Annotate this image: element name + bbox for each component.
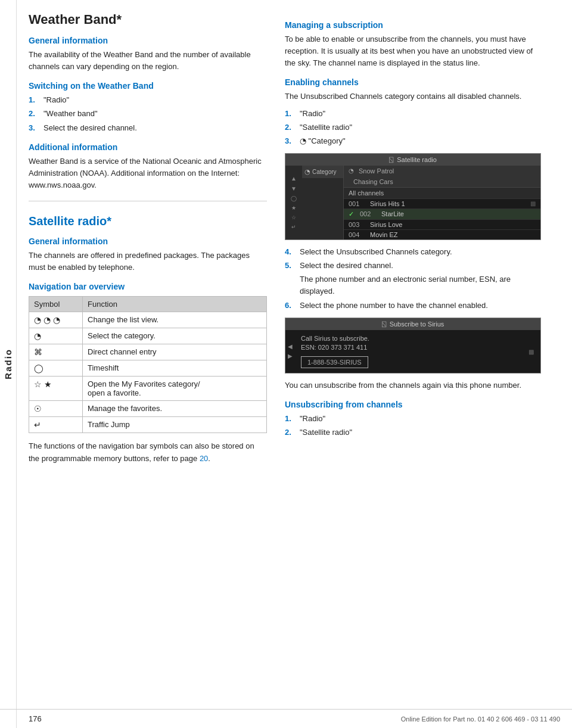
switching-step-2: 2. "Weather band" xyxy=(29,108,267,120)
sat-main-panel: ◔ Snow Patrol Chasing Cars All channels … xyxy=(344,166,540,239)
general-info-text: The availability of the Weather Band and… xyxy=(29,49,267,73)
satellite-radio-title: Satellite radio* xyxy=(29,214,267,228)
enabling-step-5: 5. Select the desired channel. The phone… xyxy=(285,260,541,297)
table-row: ⌘ Direct channel entry xyxy=(29,344,267,360)
enabling-step-2: 2. "Satellite radio" xyxy=(285,122,541,133)
enabling-step-4: 4. Select the Unsubscribed Channels cate… xyxy=(285,246,541,258)
sat-category-chasing: Chasing Cars xyxy=(344,176,540,187)
unsubscribe-note: You can unsubscribe from the channels ag… xyxy=(285,379,541,391)
enabling-step-num-1: 1. xyxy=(285,108,298,120)
step-text-6: Select the phone number to have the chan… xyxy=(300,300,488,312)
unsub-step-num-1: 1. xyxy=(285,413,298,425)
side-tab-label: Radio xyxy=(3,349,13,379)
unsubscribe-step-2: 2. "Satellite radio" xyxy=(285,427,541,438)
channel-num-004: 004 xyxy=(349,231,365,238)
divider xyxy=(29,201,267,201)
snow-patrol-label: Snow Patrol xyxy=(359,167,394,175)
table-header-symbol: Symbol xyxy=(29,297,83,312)
nav-bar-note-text: The functions of the navigation bar symb… xyxy=(29,441,254,462)
enabling-steps-continued: 4. Select the Unsubscribed Channels cate… xyxy=(285,246,541,312)
table-row: ☉ Manage the favorites. xyxy=(29,401,267,417)
symbol-traffic: ↵ xyxy=(34,420,41,430)
antenna-icon: ⍂ xyxy=(389,155,393,164)
step-text-3: Select the desired channel. xyxy=(43,122,137,134)
enabling-step-text-2: "Satellite radio" xyxy=(300,122,352,133)
category-label: Category xyxy=(312,169,337,175)
symbol-cell: ⌘ xyxy=(29,344,83,360)
satellite-radio-screenshot: ⍂ Satellite radio ▲ ▼ ◯ ★ ☆ ↵ ◔ Catego xyxy=(285,153,541,240)
table-row: ◯ Timeshift xyxy=(29,360,267,377)
enabling-step-text-1: "Radio" xyxy=(300,108,325,120)
satellite-general-text: The channels are offered in predefined p… xyxy=(29,250,267,273)
category-icon: ◔ xyxy=(304,168,310,176)
unsub-step-text-1: "Radio" xyxy=(300,413,325,425)
step-text-5b: The phone number and an electronic seria… xyxy=(300,273,541,297)
symbol-timeshift: ◯ xyxy=(34,363,43,373)
category-panel: ◔ Category xyxy=(302,166,344,239)
satellite-general-heading: General information xyxy=(29,237,267,246)
symbol-cell: ☉ xyxy=(29,401,83,417)
step-text-1: "Radio" xyxy=(43,94,69,106)
page-footer: 176 Online Edition for Part no. 01 40 2 … xyxy=(0,709,572,728)
symbol-direct: ⌘ xyxy=(34,347,42,357)
channel-name-001: Sirius Hits 1 xyxy=(370,200,405,207)
subscribe-icon: ▩ xyxy=(529,349,534,355)
nav-icon-up: ▲ xyxy=(291,175,297,182)
footer-text: Online Edition for Part no. 01 40 2 606 … xyxy=(401,715,560,723)
table-row: ↵ Traffic Jump xyxy=(29,417,267,433)
nav-icon-arrow: ↵ xyxy=(291,224,296,230)
nav-icon-circle1: ◯ xyxy=(291,195,297,201)
switching-step-3: 3. Select the desired channel. xyxy=(29,122,267,134)
table-row: ☆ ★ Open the My Favorites category/open … xyxy=(29,377,267,401)
symbol-cell: ☆ ★ xyxy=(29,377,83,401)
switching-heading: Switching on the Weather Band xyxy=(29,81,267,91)
symbol-cell: ↵ xyxy=(29,417,83,433)
switching-steps: 1. "Radio" 2. "Weather band" 3. Select t… xyxy=(29,94,267,133)
function-cell: Traffic Jump xyxy=(83,417,267,433)
managing-heading: Managing a subscription xyxy=(285,20,541,30)
step-num-2: 2. xyxy=(29,108,42,120)
step-text-5: Select the desired channel. xyxy=(300,260,541,272)
table-row: ◔ ◔ ◔ Change the list view. xyxy=(29,312,267,328)
step-num-1: 1. xyxy=(29,94,42,106)
channel-icon-001: ▩ xyxy=(530,200,536,207)
category-icon-row: ◔ Category xyxy=(302,166,343,178)
symbol-list-view: ◔ ◔ ◔ xyxy=(34,315,60,325)
function-cell: Manage the favorites. xyxy=(83,401,267,417)
subscribe-phone-button[interactable]: 1-888-539-SIRIUS xyxy=(301,356,368,368)
subscribe-call-line: Call Sirius to subscribe. xyxy=(301,335,523,342)
symbol-cell: ◔ xyxy=(29,328,83,344)
function-cell: Select the category. xyxy=(83,328,267,344)
managing-text: To be able to enable or unsubscribe from… xyxy=(285,33,541,69)
function-cell: Change the list view. xyxy=(83,312,267,328)
symbol-category: ◔ xyxy=(34,331,41,341)
nav-tri-left: ◀ xyxy=(288,343,293,350)
subscribe-title-text: Subscribe to Sirius xyxy=(390,321,444,328)
sat-icon-small: ◔ xyxy=(349,167,354,175)
step-num-4: 4. xyxy=(285,246,298,258)
right-column: Managing a subscription To be able to en… xyxy=(279,12,553,469)
symbol-manage-favorites: ☉ xyxy=(34,404,42,413)
enabling-step-6: 6. Select the phone number to have the c… xyxy=(285,300,541,312)
step-num-5: 5. xyxy=(285,260,298,272)
enabling-intro: The Unsubscribed Channels category conta… xyxy=(285,91,541,102)
unsub-step-text-2: "Satellite radio" xyxy=(300,427,352,438)
step-num-3: 3. xyxy=(29,122,42,134)
sat-channel-004: 004 Movin EZ xyxy=(344,229,540,239)
sat-nav-icons: ▲ ▼ ◯ ★ ☆ ↵ xyxy=(285,166,302,239)
symbol-cell: ◯ xyxy=(29,360,83,377)
table-header-function: Function xyxy=(83,297,267,312)
unsubscribing-heading: Unsubscribing from channels xyxy=(285,400,541,409)
subscribe-body: ◀ ▶ Call Sirius to subscribe. ESN: 020 3… xyxy=(285,330,540,373)
symbol-cell: ◔ ◔ ◔ xyxy=(29,312,83,328)
symbol-favorites: ☆ ★ xyxy=(34,379,52,389)
nav-icon-star2: ☆ xyxy=(291,214,296,220)
page-link-20[interactable]: 20 xyxy=(200,454,208,463)
subscribe-content: Call Sirius to subscribe. ESN: 020 373 3… xyxy=(301,335,523,368)
sat-category-snow: ◔ Snow Patrol xyxy=(344,166,540,176)
nav-tri-right: ▶ xyxy=(288,353,293,359)
main-content: Weather Band* General information The av… xyxy=(17,0,572,481)
step-text-4: Select the Unsubscribed Channels categor… xyxy=(300,246,452,258)
channel-num-003: 003 xyxy=(349,221,365,228)
enabling-step-text-3: ◔ "Category" xyxy=(300,135,346,147)
